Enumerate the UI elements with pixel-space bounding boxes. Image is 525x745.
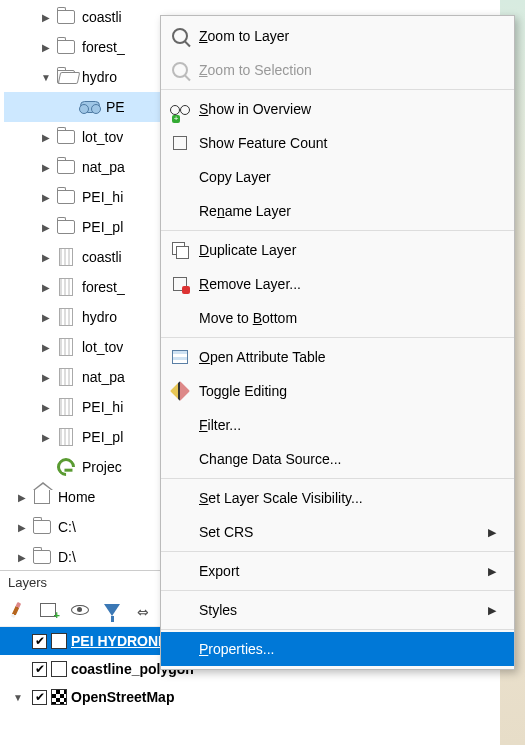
expand-toggle[interactable]: ▶ (40, 251, 52, 263)
expand-toggle[interactable]: ▶ (40, 401, 52, 413)
menu-item-label: Zoom to Layer (199, 28, 496, 44)
submenu-arrow-icon: ▶ (488, 526, 496, 539)
expand-toggle[interactable]: ▶ (16, 491, 28, 503)
folder-icon (56, 218, 76, 236)
expand-toggle[interactable]: ▶ (40, 131, 52, 143)
context-menu-item[interactable]: Remove Layer... (161, 267, 514, 301)
folder-icon (56, 128, 76, 146)
context-menu-item[interactable]: Show Feature Count (161, 126, 514, 160)
context-menu-item[interactable]: +Show in Overview (161, 92, 514, 126)
expand-toggle[interactable]: ▶ (40, 281, 52, 293)
blank-icon (167, 166, 193, 188)
blank-icon (167, 414, 193, 436)
submenu-arrow-icon: ▶ (488, 604, 496, 617)
filter-icon[interactable] (100, 598, 124, 622)
blank-icon (167, 307, 193, 329)
folder-icon (56, 38, 76, 56)
context-menu-item[interactable]: Filter... (161, 408, 514, 442)
expand-toggle[interactable]: ▼ (12, 691, 24, 703)
blank-icon (167, 638, 193, 660)
menu-item-label: Change Data Source... (199, 451, 496, 467)
tree-item-label: D:\ (58, 549, 76, 565)
context-menu-item[interactable]: Styles▶ (161, 593, 514, 627)
context-menu-item[interactable]: Open Attribute Table (161, 340, 514, 374)
menu-item-label: Styles (199, 602, 488, 618)
tree-item-label: hydro (82, 69, 117, 85)
menu-item-label: Properties... (199, 641, 496, 657)
expand-toggle[interactable]: ▶ (40, 11, 52, 23)
glasses-icon: + (167, 98, 193, 120)
layer-label: OpenStreetMap (71, 689, 174, 705)
expand-toggle[interactable]: ▶ (16, 551, 28, 563)
expand-toggle[interactable]: ▶ (40, 191, 52, 203)
qgis-icon (56, 458, 76, 476)
context-menu-item[interactable]: Zoom to Layer (161, 19, 514, 53)
folder-icon (32, 548, 52, 566)
layer-visibility-checkbox[interactable]: ✔ (32, 634, 47, 649)
context-menu-item[interactable]: Copy Layer (161, 160, 514, 194)
tree-item-label: forest_ (82, 39, 125, 55)
layer-symbol-icon (51, 633, 67, 649)
folder-icon (56, 8, 76, 26)
folder-icon (32, 518, 52, 536)
blank-icon (167, 487, 193, 509)
menu-item-label: Rename Layer (199, 203, 496, 219)
menu-item-label: Zoom to Selection (199, 62, 496, 78)
expand-toggle[interactable]: ▶ (40, 311, 52, 323)
expand-toggle[interactable]: ▶ (16, 521, 28, 533)
layer-symbol-icon (51, 689, 67, 705)
context-menu-item[interactable]: Toggle Editing (161, 374, 514, 408)
expand-icon[interactable] (132, 598, 156, 622)
add-group-icon[interactable] (36, 598, 60, 622)
context-menu-item[interactable]: Properties... (161, 632, 514, 666)
context-menu-item[interactable]: Move to Bottom (161, 301, 514, 335)
blank-icon (167, 560, 193, 582)
expand-toggle[interactable]: ▶ (40, 221, 52, 233)
tree-item-label: PEI_hi (82, 189, 123, 205)
layer-visibility-checkbox[interactable]: ✔ (32, 690, 47, 705)
context-menu-item[interactable]: Duplicate Layer (161, 233, 514, 267)
expand-toggle[interactable]: ▶ (40, 341, 52, 353)
layer-context-menu: Zoom to LayerZoom to Selection+Show in O… (160, 15, 515, 670)
folder-icon (56, 188, 76, 206)
menu-item-label: Set Layer Scale Visibility... (199, 490, 496, 506)
layer-symbol-icon (51, 661, 67, 677)
blank-icon (167, 521, 193, 543)
tree-item-label: PEI_pl (82, 219, 123, 235)
mag-icon (167, 25, 193, 47)
context-menu-item[interactable]: Set CRS▶ (161, 515, 514, 549)
tree-item-label: Home (58, 489, 95, 505)
menu-item-label: Toggle Editing (199, 383, 496, 399)
tree-item-label: PE (106, 99, 125, 115)
file-icon (56, 398, 76, 416)
expand-toggle[interactable]: ▶ (40, 161, 52, 173)
submenu-arrow-icon: ▶ (488, 565, 496, 578)
tree-item-label: PEI_hi (82, 399, 123, 415)
blank-icon (167, 448, 193, 470)
menu-item-label: Open Attribute Table (199, 349, 496, 365)
expand-toggle[interactable]: ▼ (40, 71, 52, 83)
menu-item-label: Export (199, 563, 488, 579)
menu-item-label: Copy Layer (199, 169, 496, 185)
context-menu-item[interactable]: Change Data Source... (161, 442, 514, 476)
chkbox-icon (167, 132, 193, 154)
tree-item-label: nat_pa (82, 369, 125, 385)
eye-icon[interactable] (68, 598, 92, 622)
layer-visibility-checkbox[interactable]: ✔ (32, 662, 47, 677)
expand-toggle[interactable]: ▶ (40, 431, 52, 443)
menu-item-label: Show Feature Count (199, 135, 496, 151)
layer-row[interactable]: ▼✔OpenStreetMap (0, 683, 500, 711)
tree-item-label: C:\ (58, 519, 76, 535)
brush-icon[interactable] (4, 598, 28, 622)
context-menu-item: Zoom to Selection (161, 53, 514, 87)
blank-icon (167, 200, 193, 222)
tree-item-label: hydro (82, 309, 117, 325)
context-menu-item[interactable]: Rename Layer (161, 194, 514, 228)
expand-toggle[interactable]: ▶ (40, 41, 52, 53)
context-menu-item[interactable]: Set Layer Scale Visibility... (161, 481, 514, 515)
file-icon (56, 308, 76, 326)
menu-item-label: Show in Overview (199, 101, 496, 117)
tree-item-label: nat_pa (82, 159, 125, 175)
expand-toggle[interactable]: ▶ (40, 371, 52, 383)
context-menu-item[interactable]: Export▶ (161, 554, 514, 588)
